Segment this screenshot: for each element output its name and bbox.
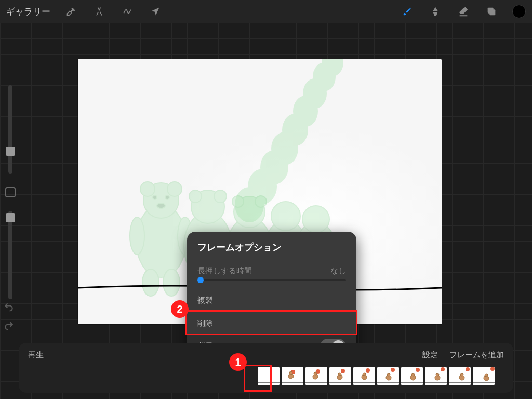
play-button[interactable]: 再生 [28, 350, 44, 360]
frame-thumb[interactable] [377, 367, 399, 385]
frame-thumb[interactable] [329, 367, 351, 385]
svg-point-51 [363, 373, 366, 376]
svg-point-45 [341, 369, 345, 373]
adjust-icon[interactable] [92, 4, 107, 19]
svg-point-21 [142, 269, 159, 296]
svg-point-34 [302, 206, 329, 233]
layers-icon[interactable] [484, 4, 499, 19]
anim-settings-button[interactable]: 設定 [422, 350, 438, 360]
frame-thumb[interactable] [305, 367, 327, 385]
svg-point-30 [255, 196, 267, 207]
redo-button[interactable] [3, 320, 15, 331]
duplicate-button[interactable]: 複製 [187, 289, 356, 312]
svg-point-22 [163, 269, 180, 296]
hold-duration-value: なし [330, 266, 346, 276]
svg-point-53 [391, 368, 395, 372]
delete-label: 削除 [197, 318, 213, 328]
hold-duration-label: 長押しする時間 [197, 266, 252, 276]
undo-button[interactable] [3, 301, 15, 313]
frame-thumb[interactable] [449, 367, 471, 385]
frame-thumb[interactable] [425, 367, 447, 385]
svg-point-32 [271, 202, 300, 231]
frame-thumb[interactable] [258, 367, 280, 385]
svg-point-47 [338, 373, 341, 376]
svg-point-25 [189, 190, 202, 203]
color-swatch[interactable] [512, 5, 526, 18]
svg-point-17 [165, 195, 169, 200]
svg-point-19 [130, 217, 144, 255]
svg-point-61 [441, 367, 445, 371]
modifier-button[interactable] [5, 187, 16, 197]
svg-point-55 [387, 373, 390, 376]
svg-point-71 [485, 374, 488, 377]
popover-title: フレームオプション [187, 241, 356, 261]
frame-thumb[interactable] [473, 367, 495, 385]
brush-size-slider[interactable] [8, 85, 12, 174]
delete-button[interactable]: 削除 [187, 312, 356, 335]
svg-point-43 [314, 372, 317, 375]
frame-thumb[interactable] [401, 367, 423, 385]
transform-icon[interactable] [148, 4, 163, 19]
add-frame-button[interactable]: フレームを追加 [449, 350, 504, 360]
selection-icon[interactable] [120, 4, 135, 19]
duplicate-label: 複製 [197, 296, 213, 305]
svg-point-67 [460, 373, 463, 376]
svg-point-14 [140, 182, 155, 196]
wrench-icon[interactable] [64, 4, 78, 19]
svg-point-57 [416, 368, 420, 372]
frame-thumb[interactable] [282, 367, 303, 385]
svg-point-39 [289, 371, 292, 375]
svg-point-29 [232, 196, 244, 207]
frame-thumb[interactable] [353, 367, 375, 385]
callout-badge-2: 2 [171, 300, 189, 318]
svg-point-63 [436, 373, 439, 376]
svg-point-59 [411, 373, 415, 376]
svg-rect-1 [489, 9, 495, 15]
svg-point-49 [366, 368, 370, 373]
svg-point-65 [466, 367, 470, 371]
top-toolbar: ギャラリー [0, 0, 532, 23]
hold-duration-row[interactable]: 長押しする時間 なし [187, 261, 356, 289]
callout-badge-1: 1 [229, 353, 247, 371]
svg-point-69 [490, 367, 495, 371]
svg-point-18 [157, 203, 165, 208]
frame-options-popover: フレームオプション 長押しする時間 なし 複製 削除 背景 [187, 232, 356, 357]
svg-point-16 [153, 195, 157, 200]
brush-icon[interactable] [400, 4, 415, 19]
smudge-icon[interactable] [428, 4, 443, 19]
side-sliders [1, 85, 20, 299]
svg-point-26 [214, 190, 227, 203]
animation-bar: 再生 設定 フレームを追加 [19, 343, 513, 393]
opacity-slider[interactable] [8, 211, 12, 299]
eraser-icon[interactable] [456, 4, 471, 19]
frames-strip[interactable] [28, 362, 504, 387]
gallery-button[interactable]: ギャラリー [6, 6, 50, 18]
hold-duration-slider[interactable] [197, 279, 346, 281]
svg-point-15 [167, 182, 182, 196]
workspace: フレームオプション 長押しする時間 なし 複製 削除 背景 再生 設定 フレーム… [0, 23, 532, 399]
